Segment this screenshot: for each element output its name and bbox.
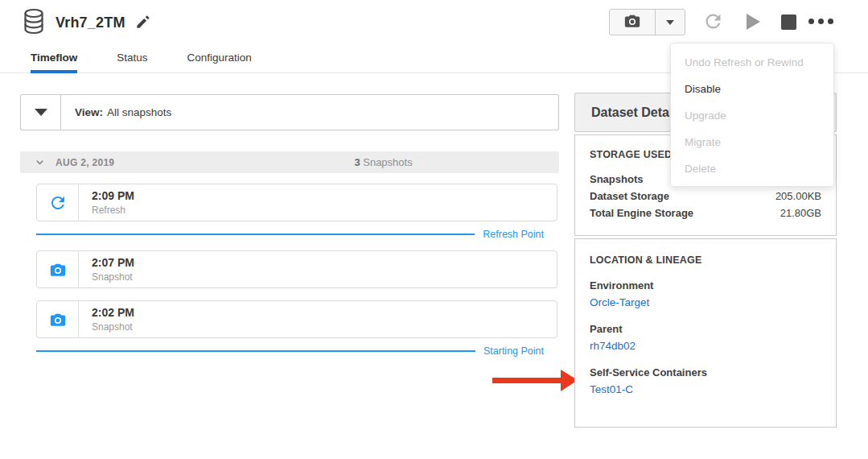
page-title: Vrh7_2TM (56, 14, 125, 31)
snapshot-time: 2:07 PM (92, 256, 134, 269)
view-filter-value: All snapshots (107, 106, 171, 118)
storage-row: Dataset Storage 205.00KB (590, 188, 821, 205)
starting-point-marker: Starting Point (36, 345, 544, 357)
more-actions-button ellipsis-icon[interactable] (808, 19, 833, 24)
marker-label: Starting Point (483, 345, 544, 357)
snapshot-card[interactable]: 2:09 PM Refresh (36, 184, 557, 221)
arrow-shaft (492, 378, 562, 383)
snapshot-time: 2:02 PM (92, 306, 134, 319)
menu-item-migrate: Migrate (671, 129, 833, 155)
snapshot-button[interactable] (610, 10, 656, 35)
refresh-icon (702, 10, 724, 32)
group-count: 3 Snapshots (354, 156, 412, 168)
tab-status[interactable]: Status (117, 52, 147, 72)
location-lineage-panel: LOCATION & LINEAGE Environment Orcle-Tar… (574, 238, 837, 428)
camera-icon (37, 251, 79, 287)
chevron-down-icon (34, 156, 46, 168)
camera-icon (623, 12, 641, 33)
dataset-page: Vrh7_2TM Timeflow (0, 0, 868, 459)
tab-timeflow[interactable]: Timeflow (31, 52, 77, 72)
menu-item-undo-refresh-or-rewind: Undo Refresh or Rewind (671, 49, 833, 76)
environment-field: Environment Orcle-Target (590, 279, 821, 309)
parent-field: Parent rh74db02 (590, 323, 821, 353)
snapshot-view-filter[interactable]: View:All snapshots (20, 94, 559, 130)
marker-line (36, 350, 475, 352)
snapshot-options-caret[interactable] (656, 10, 685, 35)
self-service-container-link[interactable]: Test01-C (590, 383, 633, 395)
caret-down-icon (666, 20, 674, 25)
refresh-button[interactable] (702, 10, 724, 35)
snapshot-type: Refresh (92, 205, 134, 216)
view-filter-label: View: (75, 106, 103, 118)
parent-link[interactable]: rh74db02 (590, 340, 636, 352)
stop-button stop-icon[interactable] (781, 14, 796, 30)
database-icon (23, 8, 45, 38)
self-service-containers-field: Self-Service Containers Test01-C (590, 366, 821, 396)
group-date: AUG 2, 2019 (56, 157, 114, 168)
environment-link[interactable]: Orcle-Target (590, 296, 649, 308)
view-filter-toggle[interactable] (21, 95, 61, 130)
view-filter-text: View:All snapshots (61, 106, 171, 118)
storage-row: Total Engine Storage 21.80GB (590, 205, 821, 221)
snapshot-type: Snapshot (92, 271, 134, 283)
snapshot-card[interactable]: 2:07 PM Snapshot (36, 250, 557, 288)
actions-dropdown-menu: Undo Refresh or Rewind Disable Upgrade M… (670, 43, 834, 187)
triangle-down-icon (35, 109, 47, 116)
menu-item-upgrade: Upgrade (671, 102, 833, 129)
snapshot-card[interactable]: 2:02 PM Snapshot (36, 300, 557, 338)
refresh-icon (37, 184, 79, 221)
menu-item-delete: Delete (671, 155, 833, 182)
start-button play-icon[interactable] (747, 14, 760, 30)
tab-configuration[interactable]: Configuration (187, 52, 252, 72)
marker-line (36, 234, 475, 235)
menu-item-disable[interactable]: Disable (671, 76, 833, 102)
location-section-title: LOCATION & LINEAGE (590, 254, 821, 266)
marker-label: Refresh Point (483, 229, 544, 240)
refresh-point-marker: Refresh Point (36, 229, 544, 240)
camera-icon (37, 301, 79, 337)
red-arrow-annotation (492, 370, 578, 391)
snapshot-type: Snapshot (92, 321, 134, 333)
page-header: Vrh7_2TM (23, 8, 150, 38)
snapshot-group-header[interactable]: AUG 2, 2019 3 Snapshots (20, 151, 559, 173)
edit-title-pencil-icon[interactable] (135, 14, 150, 33)
snapshot-time: 2:09 PM (92, 189, 134, 202)
snapshot-split-button[interactable] (609, 9, 685, 35)
